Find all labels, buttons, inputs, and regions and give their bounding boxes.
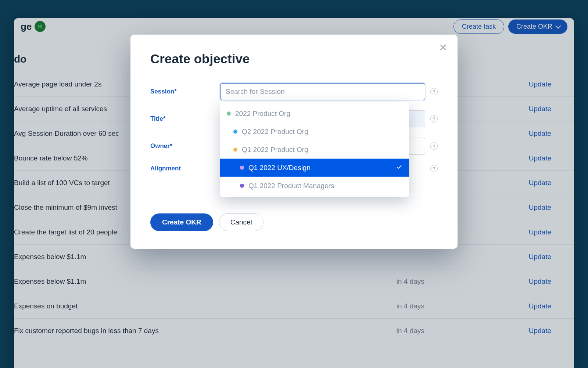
session-option-label: Q1 2022 Product Org [242, 146, 308, 154]
title-label: Title* [150, 115, 209, 123]
table-row[interactable]: Expenses below $1.1min 4 daysUpdate [14, 269, 574, 294]
okr-due: in 4 days [397, 327, 521, 335]
create-objective-modal: ✕ Create objective Session* ? 2022 Produ… [130, 35, 458, 249]
cancel-button[interactable]: Cancel [219, 213, 263, 231]
help-icon[interactable]: ? [430, 115, 438, 123]
okr-name: Expenses below $1.1m [14, 277, 389, 286]
color-dot-icon [233, 148, 237, 152]
session-label: Session* [150, 88, 209, 95]
okr-name: Fix customer reported bugs in less than … [14, 327, 389, 335]
table-row[interactable]: Fix customer reported bugs in less than … [14, 319, 574, 343]
update-link[interactable]: Update [529, 179, 566, 187]
chevron-down-icon [555, 23, 559, 31]
alignment-label: Alignment [150, 165, 209, 172]
session-option-label: Q1 2022 UX/Design [248, 164, 311, 172]
session-option-label: 2022 Product Org [235, 110, 290, 118]
okr-name: Expenses below $1.1m [14, 253, 389, 261]
session-option[interactable]: Q1 2022 Product Org [220, 141, 409, 159]
session-option-label: Q1 2022 Product Managers [248, 182, 334, 190]
help-icon[interactable]: ? [430, 88, 438, 95]
session-option[interactable]: 2022 Product Org [220, 105, 409, 123]
update-link[interactable]: Update [529, 80, 566, 88]
org-avatar-icon: ✲ [35, 21, 46, 32]
check-icon [396, 163, 402, 172]
create-okr-button[interactable]: Create OKR [150, 213, 213, 231]
session-dropdown: 2022 Product OrgQ2 2022 Product OrgQ1 20… [220, 102, 409, 197]
okr-name: Expenses on budget [14, 302, 389, 310]
update-link[interactable]: Update [529, 228, 566, 236]
create-task-button[interactable]: Create task [453, 20, 504, 34]
okr-due: in 4 days [397, 302, 521, 310]
session-option[interactable]: Q1 2022 Product Managers [220, 177, 409, 195]
help-icon[interactable]: ? [430, 165, 438, 172]
update-link[interactable]: Update [529, 277, 566, 286]
session-input[interactable] [220, 83, 425, 100]
update-link[interactable]: Update [529, 253, 566, 261]
modal-title: Create objective [150, 52, 438, 66]
topbar: ge ✲ Create task Create OKR [14, 18, 574, 35]
color-dot-icon [240, 166, 244, 170]
table-row[interactable]: Expenses on budgetin 4 daysUpdate [14, 294, 574, 319]
color-dot-icon [233, 130, 237, 134]
session-option[interactable]: Q2 2022 Product Org [220, 123, 409, 141]
update-link[interactable]: Update [529, 130, 566, 138]
okr-due: in 4 days [397, 277, 521, 286]
update-link[interactable]: Update [529, 105, 566, 113]
update-link[interactable]: Update [529, 204, 566, 212]
close-icon[interactable]: ✕ [439, 43, 447, 53]
update-link[interactable]: Update [529, 302, 566, 310]
session-option-label: Q2 2022 Product Org [242, 128, 308, 136]
create-okr-menu-button[interactable]: Create OKR [508, 20, 567, 34]
color-dot-icon [227, 112, 231, 116]
update-link[interactable]: Update [529, 327, 566, 335]
help-icon[interactable]: ? [430, 142, 438, 150]
owner-label: Owner* [150, 142, 209, 150]
session-option[interactable]: Q1 2022 UX/Design [220, 159, 409, 177]
create-okr-label: Create OKR [516, 23, 552, 31]
page-title: ge [21, 21, 32, 32]
color-dot-icon [240, 184, 244, 188]
update-link[interactable]: Update [529, 154, 566, 162]
